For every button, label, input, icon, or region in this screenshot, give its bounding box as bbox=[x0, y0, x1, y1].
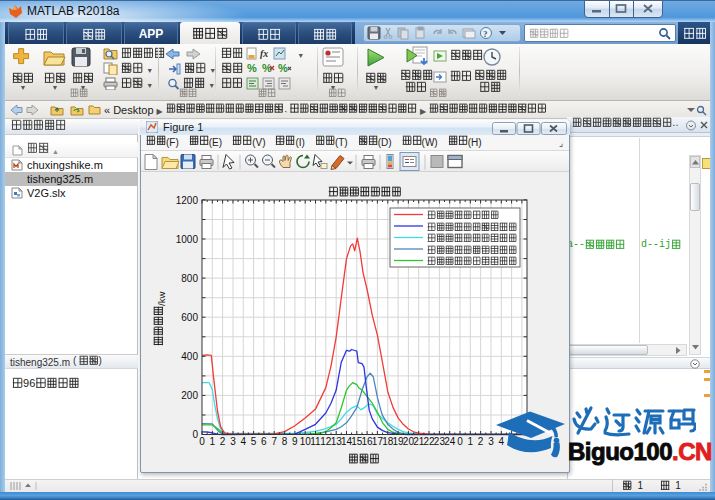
svg-text:800: 800 bbox=[181, 273, 198, 284]
svg-text:): ) bbox=[98, 355, 101, 366]
svg-text:6: 6 bbox=[261, 436, 267, 447]
svg-text:%: % bbox=[262, 62, 272, 74]
svg-text:?: ? bbox=[483, 29, 488, 39]
svg-text:3: 3 bbox=[488, 436, 494, 447]
svg-text:400: 400 bbox=[181, 351, 198, 362]
svg-text:9: 9 bbox=[292, 436, 298, 447]
svg-text:600: 600 bbox=[181, 312, 198, 323]
svg-text:8: 8 bbox=[282, 436, 288, 447]
svg-text:fx: fx bbox=[260, 48, 268, 59]
svg-text:3: 3 bbox=[230, 436, 236, 447]
svg-text:1000: 1000 bbox=[176, 234, 199, 245]
svg-text:7: 7 bbox=[271, 436, 277, 447]
svg-text:0: 0 bbox=[199, 436, 205, 447]
svg-text:%: % bbox=[278, 62, 288, 74]
svg-text:200: 200 bbox=[181, 390, 198, 401]
svg-text:Biguo100.CN: Biguo100.CN bbox=[568, 438, 712, 465]
svg-text:4: 4 bbox=[241, 436, 247, 447]
svg-text:5: 5 bbox=[251, 436, 257, 447]
svg-text:(: ( bbox=[73, 355, 77, 366]
svg-text:1: 1 bbox=[468, 436, 474, 447]
svg-text:1200: 1200 bbox=[176, 195, 199, 206]
svg-text:0: 0 bbox=[192, 429, 198, 440]
svg-text:1: 1 bbox=[210, 436, 216, 447]
svg-text:0: 0 bbox=[457, 436, 463, 447]
svg-text:%: % bbox=[247, 62, 257, 74]
svg-text:24: 24 bbox=[444, 436, 456, 447]
svg-text:2: 2 bbox=[478, 436, 484, 447]
svg-text:2: 2 bbox=[220, 436, 226, 447]
svg-text:6: 6 bbox=[29, 377, 35, 389]
svg-text:…: … bbox=[672, 117, 678, 128]
